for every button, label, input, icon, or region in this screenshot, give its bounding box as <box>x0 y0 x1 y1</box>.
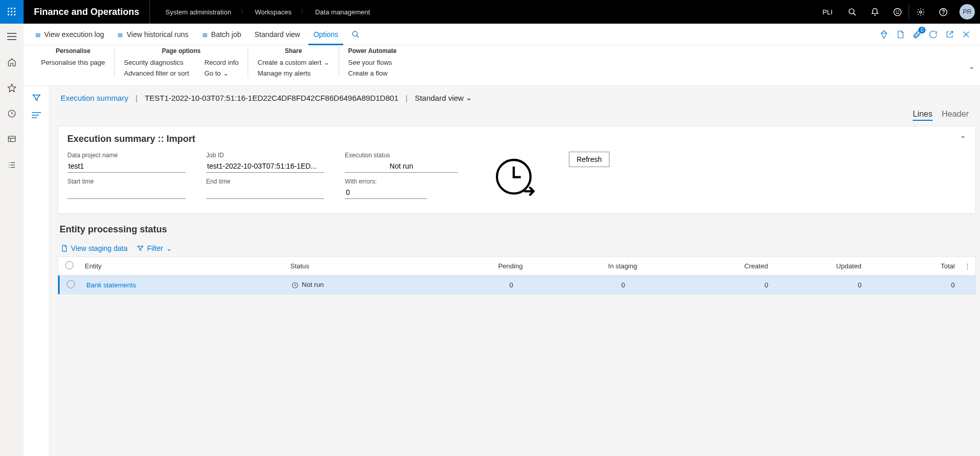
smiley-icon[interactable] <box>886 0 909 24</box>
list-icon: ≣ <box>35 30 41 39</box>
breadcrumb-item[interactable]: Data management <box>315 8 370 16</box>
with-errors-field[interactable] <box>345 186 427 199</box>
svg-rect-3 <box>8 11 9 12</box>
advanced-filter-link[interactable]: Advanced filter or sort <box>124 69 189 77</box>
related-info-icon[interactable] <box>32 112 41 119</box>
diamond-icon[interactable] <box>879 30 889 39</box>
avatar[interactable]: PR <box>959 4 975 20</box>
panel-collapse-icon[interactable]: ⌃ <box>959 134 966 144</box>
end-time-field[interactable] <box>206 186 324 199</box>
page-title-link[interactable]: Execution summary <box>61 94 128 102</box>
attachments-icon[interactable]: 0 <box>912 30 921 39</box>
close-icon[interactable] <box>961 30 971 39</box>
gear-icon[interactable] <box>909 0 932 24</box>
manage-my-alerts-link[interactable]: Manage my alerts <box>257 69 329 77</box>
chevron-down-icon: ⌄ <box>324 59 329 66</box>
star-icon[interactable] <box>0 78 24 98</box>
link-label: Filter <box>147 244 163 252</box>
label-execution-status: Execution status <box>345 152 463 159</box>
view-staging-data-link[interactable]: View staging data <box>61 244 127 252</box>
view-historical-runs-button[interactable]: ≣ View historical runs <box>112 28 193 41</box>
breadcrumb-item[interactable]: System administration <box>165 8 231 16</box>
home-icon[interactable] <box>0 52 24 72</box>
svg-rect-8 <box>14 14 15 15</box>
create-a-flow-link[interactable]: Create a flow <box>348 69 392 77</box>
breadcrumb-item[interactable]: Workspaces <box>255 8 291 16</box>
action-label: View historical runs <box>126 30 188 39</box>
svg-rect-4 <box>11 11 12 12</box>
search-icon[interactable] <box>841 0 863 24</box>
see-your-flows-link[interactable]: See your flows <box>348 59 392 66</box>
record-info-link[interactable]: Record info <box>205 59 238 66</box>
status-icon <box>484 152 548 201</box>
link-label: Create a custom alert <box>257 59 321 66</box>
actionbar: ≣ View execution log ≣ View historical r… <box>24 24 980 45</box>
ribbon-group-personalise: Personalise Personalise this page <box>32 47 115 77</box>
col-pending[interactable]: Pending <box>454 262 566 270</box>
view-selector[interactable]: Standard view ⌄ <box>415 93 472 102</box>
col-updated[interactable]: Updated <box>772 262 865 270</box>
actionbar-right: 0 <box>879 30 974 39</box>
personalise-this-page-link[interactable]: Personalise this page <box>41 59 105 66</box>
cell-entity[interactable]: Bank statements <box>82 281 287 289</box>
col-total[interactable]: Total <box>865 262 959 270</box>
svg-rect-0 <box>8 8 9 9</box>
more-columns-icon[interactable]: ⋮ <box>959 262 975 270</box>
execution-summary-panel: Execution summary :: Import ⌃ Data proje… <box>58 126 976 214</box>
ribbon-collapse-icon[interactable]: ⌃ <box>968 65 975 75</box>
svg-point-16 <box>943 13 944 14</box>
panel-title: Execution summary :: Import <box>67 134 195 144</box>
modules-icon[interactable] <box>0 155 24 175</box>
attachments-badge: 0 <box>918 27 926 33</box>
view-execution-log-button[interactable]: ≣ View execution log <box>30 28 109 41</box>
tab-lines[interactable]: Lines <box>913 110 932 121</box>
standard-view-button[interactable]: Standard view <box>249 28 305 41</box>
recent-icon[interactable] <box>0 104 24 123</box>
workspace-icon[interactable] <box>0 130 24 149</box>
row-select-radio[interactable] <box>67 280 75 288</box>
hamburger-icon[interactable] <box>0 27 24 46</box>
svg-rect-7 <box>11 14 12 15</box>
refresh-icon[interactable] <box>929 30 938 39</box>
filter-icon[interactable] <box>32 93 41 102</box>
entity-section-title: Entity processing status <box>60 224 976 235</box>
table-row[interactable]: Bank statements Not run 0 0 0 0 0 <box>58 276 975 294</box>
col-entity[interactable]: Entity <box>81 262 286 270</box>
popout-icon[interactable] <box>945 30 954 39</box>
actionbar-search-icon[interactable] <box>346 28 365 41</box>
label-end-time: End time <box>206 178 324 185</box>
cell-status-text: Not run <box>302 281 324 288</box>
refresh-button[interactable]: Refresh <box>569 152 609 167</box>
job-id-field[interactable] <box>206 160 324 173</box>
bell-icon[interactable] <box>863 0 886 24</box>
chevron-right-icon: 〉 <box>301 8 306 15</box>
filter-link[interactable]: Filter ⌄ <box>137 244 172 252</box>
execution-status-field[interactable] <box>345 160 458 173</box>
view-tabs: Lines Header <box>58 107 976 126</box>
data-project-name-field[interactable] <box>67 160 186 173</box>
topbar: Finance and Operations System administra… <box>0 0 980 24</box>
ribbon-group-power-automate: Power Automate See your flows Create a f… <box>339 47 406 77</box>
svg-point-31 <box>353 31 357 36</box>
col-in-staging[interactable]: In staging <box>566 262 678 270</box>
start-time-field[interactable] <box>67 186 186 199</box>
batch-job-button[interactable]: ≣ Batch job <box>197 28 246 41</box>
col-status[interactable]: Status <box>286 262 454 270</box>
options-tab[interactable]: Options <box>308 24 343 45</box>
security-diagnostics-link[interactable]: Security diagnostics <box>124 59 189 66</box>
cell-total: 0 <box>866 281 959 289</box>
ribbon-group-title: Power Automate <box>348 47 397 54</box>
help-icon[interactable] <box>932 0 954 24</box>
office-icon[interactable] <box>896 30 905 39</box>
chevron-right-icon: 〉 <box>241 8 246 15</box>
go-to-link[interactable]: Go to ⌄ <box>205 69 238 77</box>
select-all-radio[interactable] <box>65 261 73 269</box>
grid-header: Entity Status Pending In staging Created… <box>58 257 975 276</box>
app-launcher[interactable] <box>0 0 24 24</box>
create-custom-alert-link[interactable]: Create a custom alert ⌄ <box>257 59 329 66</box>
col-created[interactable]: Created <box>679 262 772 270</box>
tab-header[interactable]: Header <box>942 110 969 121</box>
action-label: Batch job <box>211 30 241 39</box>
ribbon-group-title: Share <box>257 47 329 54</box>
ribbon: Personalise Personalise this page Page o… <box>24 45 980 86</box>
